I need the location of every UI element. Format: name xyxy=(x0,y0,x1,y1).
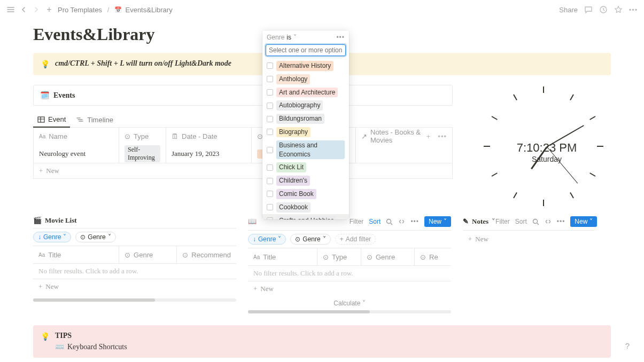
movie-list-title[interactable]: Movie List xyxy=(45,216,77,225)
checkbox-icon xyxy=(267,164,273,171)
col-re[interactable]: Re xyxy=(429,253,438,261)
dropdown-option[interactable]: Alternative History xyxy=(262,59,349,73)
dropdown-option[interactable]: Crafts and Hobbies xyxy=(262,214,349,219)
dropdown-op[interactable]: is xyxy=(286,34,291,41)
col-genre[interactable]: Genre xyxy=(134,251,153,259)
option-tag: Crafts and Hobbies xyxy=(276,216,337,219)
filter-chip-genre[interactable]: ⊙ Genre ˅ xyxy=(290,234,330,245)
nav-forward-icon[interactable] xyxy=(32,5,41,14)
dropdown-option[interactable]: Bildungsroman xyxy=(262,112,349,125)
dropdown-search-input[interactable] xyxy=(266,44,346,56)
chevron-down-icon: ˅ xyxy=(278,235,281,243)
col-title[interactable]: Title xyxy=(48,251,61,259)
col-recommend[interactable]: Recommend xyxy=(191,251,231,259)
nav-back-icon[interactable] xyxy=(19,5,28,14)
search-icon[interactable] xyxy=(386,218,393,225)
sort-button[interactable]: Sort xyxy=(369,218,381,225)
filter-button[interactable]: Filter xyxy=(350,218,364,225)
col-type[interactable]: Type xyxy=(134,132,149,140)
col-genre[interactable]: Genre xyxy=(376,253,395,261)
col-notes[interactable]: Notes - Books & Movies xyxy=(370,128,423,144)
new-page-icon[interactable]: + xyxy=(45,5,53,14)
book-icon: 📖 xyxy=(248,217,257,226)
callout-tips: 💡 TIPS ⌨️ Keyboard Shortcuts xyxy=(33,325,611,358)
dropdown-more-icon[interactable]: ••• xyxy=(336,34,345,41)
tips-title: TIPS xyxy=(55,332,127,340)
add-row[interactable]: +New xyxy=(33,279,236,294)
cell-name[interactable]: Neurology event xyxy=(34,145,119,163)
panel-notes: ✎Notes ˅ Filter Sort ••• New˅ +New xyxy=(463,216,594,313)
tab-event-label: Event xyxy=(48,115,66,123)
clock-icon[interactable] xyxy=(599,5,608,14)
dropdown-option[interactable]: Children's xyxy=(262,174,349,187)
checkbox-icon xyxy=(267,62,273,69)
scrollbar[interactable] xyxy=(33,298,236,302)
col-type[interactable]: Type xyxy=(332,253,347,261)
cell-type[interactable]: Self-Improving xyxy=(119,145,166,163)
filter-chip-genre-active[interactable]: ↓ Genre ˅ xyxy=(248,234,286,245)
empty-state[interactable]: No filter results. Click to add a row. xyxy=(248,266,451,281)
expand-icon[interactable] xyxy=(398,218,405,225)
dropdown-option[interactable]: Biography xyxy=(262,125,349,139)
filter-button[interactable]: Filter xyxy=(495,218,510,225)
checkbox-icon xyxy=(267,147,273,153)
plus-icon: + xyxy=(253,285,257,293)
col-date[interactable]: Date - Date xyxy=(182,132,217,140)
dropdown-option[interactable]: Business and Economics xyxy=(262,139,349,161)
breadcrumb-parent[interactable]: Pro Templates xyxy=(58,6,102,14)
scrollbar[interactable] xyxy=(248,310,451,313)
keyboard-icon: ⌨️ xyxy=(55,342,64,351)
checkbox-icon xyxy=(267,178,273,184)
filter-chip-genre-active[interactable]: ↓ Genre ˅ xyxy=(33,232,71,242)
svg-point-3 xyxy=(533,219,537,223)
new-button[interactable]: New˅ xyxy=(424,216,451,227)
dropdown-option[interactable]: Autobiography xyxy=(262,99,349,112)
cell-date[interactable]: January 19, 2023 xyxy=(166,145,251,163)
chevron-down-icon: ˅ xyxy=(589,218,593,225)
events-heading-text: Events xyxy=(53,91,75,100)
calculate-button[interactable]: Calculate ˅ xyxy=(248,296,451,310)
search-icon[interactable] xyxy=(532,218,539,225)
add-filter-button[interactable]: + Add filter xyxy=(335,234,376,245)
sort-button[interactable]: Sort xyxy=(515,218,527,225)
add-row[interactable]: +New xyxy=(248,281,451,296)
dropdown-option[interactable]: Cookbook xyxy=(262,201,349,214)
events-new-row[interactable]: +New xyxy=(33,163,453,179)
more-icon[interactable]: ••• xyxy=(410,218,419,225)
more-icon[interactable]: ••• xyxy=(629,5,638,14)
filter-chip-genre[interactable]: ⊙ Genre ˅ xyxy=(75,232,115,242)
chevron-down-icon: ˅ xyxy=(293,34,297,41)
tab-event[interactable]: Event xyxy=(33,112,70,128)
more-icon[interactable]: ••• xyxy=(557,218,565,225)
chevron-down-icon: ˅ xyxy=(108,233,111,241)
hamburger-icon[interactable] xyxy=(6,5,15,14)
star-icon[interactable] xyxy=(614,5,623,14)
expand-icon[interactable] xyxy=(545,218,552,225)
col-title[interactable]: Title xyxy=(263,253,276,261)
col-name[interactable]: Name xyxy=(49,132,67,140)
timeline-icon xyxy=(76,116,84,123)
checkbox-icon xyxy=(267,89,273,96)
breadcrumb-current[interactable]: Events&Library xyxy=(125,6,172,14)
option-tag: Cookbook xyxy=(276,202,311,213)
tab-timeline[interactable]: Timeline xyxy=(72,112,118,127)
dropdown-option[interactable]: Comic Book xyxy=(262,187,349,201)
breadcrumb: Pro Templates / 📅 Events&Library xyxy=(58,6,173,14)
dropdown-option[interactable]: Anthology xyxy=(262,73,349,86)
new-button[interactable]: New˅ xyxy=(570,216,597,227)
help-button[interactable]: ? xyxy=(620,339,634,352)
dropdown-option[interactable]: Chick Lit xyxy=(262,161,349,174)
clock-time: 7:10:23 PM xyxy=(483,141,611,155)
dropdown-option[interactable]: Art and Architecture xyxy=(262,86,349,99)
checkbox-icon xyxy=(267,103,273,109)
clock-widget: 7:10:23 PM Saturday xyxy=(483,82,611,210)
tips-link[interactable]: ⌨️ Keyboard Shortcuts xyxy=(55,342,127,351)
column-more-icon[interactable]: ••• xyxy=(438,132,447,140)
empty-state[interactable]: No filter results. Click to add a row. xyxy=(33,264,236,279)
notes-title[interactable]: Notes xyxy=(472,217,488,226)
add-column-icon[interactable]: + xyxy=(426,132,431,140)
share-button[interactable]: Share xyxy=(559,6,578,14)
option-tag: Alternative History xyxy=(276,61,333,71)
comments-icon[interactable] xyxy=(584,5,593,14)
add-row[interactable]: +New xyxy=(463,231,594,247)
